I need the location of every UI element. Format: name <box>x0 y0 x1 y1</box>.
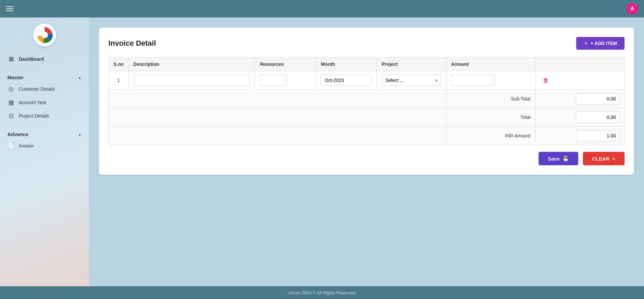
account-year-label: Account Year <box>19 100 47 105</box>
row-month-cell: Oct-2023 <box>316 71 377 90</box>
col-project: Project <box>377 57 446 71</box>
delete-row-button[interactable]: 🗑 <box>540 76 552 85</box>
project-details-label: Project Details <box>19 113 49 119</box>
project-select[interactable]: Select ... <box>382 75 441 86</box>
invoice-label: Invoice <box>19 143 34 148</box>
invoice-detail-card: Invoice Detail ＋ + ADD ITEM S.no Descrip… <box>99 28 634 175</box>
total-label: Total <box>446 108 535 127</box>
row-description-cell <box>129 71 255 90</box>
row-amount-cell <box>446 71 535 90</box>
total-row: Total 0.00 <box>109 108 625 127</box>
clear-icon: ≡ <box>612 156 615 162</box>
row-sno: 1 <box>109 71 129 90</box>
add-icon: ＋ <box>584 40 588 46</box>
logo-area <box>0 17 89 50</box>
sidebar-item-account-year[interactable]: ▦ Account Year <box>0 96 89 109</box>
col-amount: Amount <box>446 57 535 71</box>
row-project-cell: Select ... <box>377 71 446 90</box>
inr-value-cell: 1.00 <box>535 127 624 145</box>
calendar-icon: ▦ <box>7 99 15 106</box>
add-item-button[interactable]: ＋ + ADD ITEM <box>576 37 625 50</box>
hamburger-menu-button[interactable] <box>6 6 13 11</box>
customer-details-label: Customer Details <box>19 86 55 92</box>
main-content: Invoice Detail ＋ + ADD ITEM S.no Descrip… <box>89 17 644 286</box>
inr-label: INR Amount <box>446 127 535 145</box>
trash-icon: 🗑 <box>543 77 549 84</box>
user-avatar[interactable]: A <box>627 3 638 14</box>
logo <box>33 24 56 46</box>
svg-point-1 <box>41 32 48 38</box>
project-select-wrapper: Select ... <box>382 75 441 86</box>
customer-icon: ◎ <box>7 85 15 93</box>
inr-input[interactable]: 1.00 <box>576 130 620 141</box>
invoice-table: S.no Description Resources Month Project… <box>108 57 625 145</box>
subtotal-input[interactable]: 0.00 <box>576 93 620 104</box>
nav-section-advance: Advance ▲ 📄 Invoice <box>0 125 89 155</box>
col-month: Month <box>316 57 377 71</box>
footer-text: Ufours 2023 © All Rights Reserved. <box>288 290 356 295</box>
month-display[interactable]: Oct-2023 <box>321 75 372 86</box>
nav-section-master: Master ▲ ◎ Customer Details ▦ Account Ye… <box>0 69 89 125</box>
logo-icon <box>36 26 54 44</box>
subtotal-empty <box>109 90 446 108</box>
dashboard-icon: ⊞ <box>7 55 15 63</box>
sidebar-item-invoice[interactable]: 📄 Invoice <box>0 139 89 153</box>
table-row: 1 Oct-2023 Select ... <box>109 71 625 90</box>
save-icon: 💾 <box>562 156 569 162</box>
resources-input[interactable] <box>260 75 287 86</box>
master-group-label[interactable]: Master ▲ <box>0 71 89 82</box>
page-title: Invoice Detail <box>108 39 156 48</box>
col-description: Description <box>129 57 255 71</box>
col-action <box>535 57 624 71</box>
action-row: Save 💾 CLEAR ≡ <box>108 152 625 165</box>
total-input[interactable]: 0.00 <box>576 112 620 123</box>
card-header: Invoice Detail ＋ + ADD ITEM <box>108 37 625 50</box>
save-button[interactable]: Save 💾 <box>539 152 578 165</box>
advance-group-label[interactable]: Advance ▲ <box>0 128 89 139</box>
clear-button[interactable]: CLEAR ≡ <box>583 152 625 165</box>
table-header-row: S.no Description Resources Month Project… <box>109 57 625 71</box>
sidebar-item-dashboard[interactable]: ⊞ DashBoard <box>0 52 89 66</box>
subtotal-label: Sub Total <box>446 90 535 108</box>
subtotal-row: Sub Total 0.00 <box>109 90 625 108</box>
col-resources: Resources <box>255 57 316 71</box>
footer: Ufours 2023 © All Rights Reserved. <box>0 286 644 299</box>
top-bar: A <box>0 0 644 17</box>
grid-icon: ⊟ <box>7 112 15 120</box>
nav-section-dashboard: ⊞ DashBoard <box>0 50 89 69</box>
subtotal-value-cell: 0.00 <box>535 90 624 108</box>
advance-arrow: ▲ <box>78 132 82 136</box>
inr-empty <box>109 127 446 145</box>
invoice-icon: 📄 <box>7 142 15 150</box>
amount-input[interactable] <box>451 75 495 86</box>
total-value-cell: 0.00 <box>535 108 624 127</box>
sidebar-item-customer-details[interactable]: ◎ Customer Details <box>0 82 89 96</box>
row-delete-cell: 🗑 <box>535 71 624 90</box>
description-input[interactable] <box>133 75 250 86</box>
col-sno: S.no <box>109 57 129 71</box>
sidebar: ⊞ DashBoard Master ▲ ◎ Customer Details … <box>0 17 89 286</box>
inr-row: INR Amount 1.00 <box>109 127 625 145</box>
sidebar-item-project-details[interactable]: ⊟ Project Details <box>0 109 89 123</box>
master-arrow: ▲ <box>78 76 82 80</box>
row-resources-cell <box>255 71 316 90</box>
dashboard-label: DashBoard <box>19 56 44 62</box>
total-empty <box>109 108 446 127</box>
